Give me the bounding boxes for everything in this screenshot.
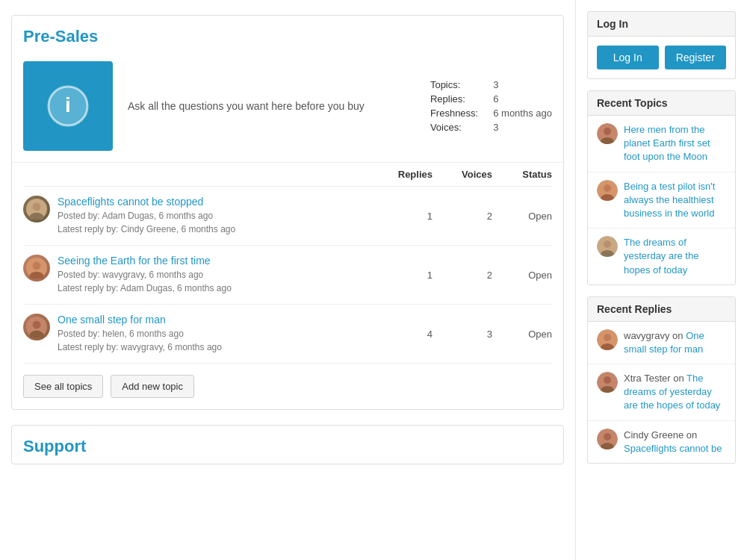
topic-left: Seeing the Earth for the first time Post… [23,255,373,295]
svg-point-24 [604,376,611,384]
replies-count: 1 [373,270,433,281]
recent-replies-section: Recent Replies wavygravy on One small st… [587,296,736,464]
forum-description: Ask all the questions you want here befo… [128,100,408,112]
reply-text: Xtra Tester on The dreams of yesterday a… [624,372,726,413]
topic-title[interactable]: One small step for man [58,314,373,326]
sidebar: Log In Log In Register Recent Topics Her… [575,0,747,560]
list-item: wavygravy on One small step for man [588,322,735,364]
svg-point-9 [33,320,41,329]
voices-count: 2 [433,270,492,281]
col-replies-header: Replies [373,169,433,180]
presales-section: Pre-Sales i Ask all the questions you wa… [11,15,564,410]
support-section: Support [11,425,564,464]
presales-title: Pre-Sales [12,16,563,54]
svg-point-18 [604,240,611,248]
col-voices-header: Voices [433,169,492,180]
login-section: Log In Log In Register [587,11,736,79]
login-buttons: Log In Register [587,37,736,79]
topic-details: One small step for man Posted by: helen,… [58,314,373,354]
replies-count: 1 [373,211,433,222]
voices-value: 3 [493,122,552,133]
avatar [597,329,618,350]
register-button[interactable]: Register [665,46,727,69]
list-item: Xtra Tester on The dreams of yesterday a… [588,364,735,421]
voices-label: Voices: [430,122,478,133]
recent-topic-link[interactable]: Here men from the planet Earth first set… [624,123,726,164]
status-badge: Open [492,211,552,222]
topics-label: Topics: [430,79,478,90]
reply-author: Cindy Greene [624,429,684,441]
svg-point-6 [33,261,41,270]
topic-left: Spaceflights cannot be stopped Posted by… [23,196,373,236]
topic-meta: Posted by: helen, 6 months ago Latest re… [58,327,373,354]
status-badge: Open [492,270,552,281]
reply-on: on [686,429,697,441]
topics-actions: See all topics Add new topic [12,364,563,409]
topics-header: Replies Voices Status [23,163,552,187]
col-status-header: Status [492,169,552,180]
table-row: Spaceflights cannot be stopped Posted by… [23,187,552,246]
avatar [597,180,618,201]
recent-topics-title: Recent Topics [588,91,735,116]
svg-point-15 [604,184,611,192]
svg-point-3 [33,202,41,211]
see-all-topics-button[interactable]: See all topics [23,375,103,398]
recent-replies-title: Recent Replies [588,297,735,322]
freshness-value: 6 months ago [493,108,552,119]
list-item: Cindy Greene on Spaceflights cannot be [588,421,735,463]
login-button[interactable]: Log In [597,46,659,69]
replies-label: Replies: [430,93,478,105]
topic-details: Seeing the Earth for the first time Post… [58,255,373,295]
replies-value: 6 [493,93,552,105]
reply-author: wavygravy [624,330,669,341]
avatar [597,123,618,144]
add-new-topic-button[interactable]: Add new topic [111,375,194,398]
table-row: One small step for man Posted by: helen,… [23,305,552,364]
freshness-label: Freshness: [430,108,478,119]
svg-point-21 [604,334,611,341]
login-section-title: Log In [587,11,736,37]
avatar [597,429,618,449]
forum-icon: i [23,61,113,151]
list-item: Here men from the planet Earth first set… [588,116,735,172]
status-badge: Open [492,329,552,340]
avatar [23,314,50,340]
reply-text: Cindy Greene on Spaceflights cannot be [624,429,726,455]
topics-table: Replies Voices Status [12,163,563,364]
list-item: Being a test pilot isn't always the heal… [588,172,735,229]
reply-author: Xtra Tester [624,373,671,384]
avatar [597,372,618,393]
topics-value: 3 [493,79,552,90]
topic-left: One small step for man Posted by: helen,… [23,314,373,354]
voices-count: 3 [433,329,492,340]
recent-topic-link[interactable]: Being a test pilot isn't always the heal… [624,180,726,221]
topic-details: Spaceflights cannot be stopped Posted by… [58,196,373,236]
forum-info: i Ask all the questions you want here be… [12,54,563,163]
topic-meta: Posted by: Adam Dugas, 6 months ago Late… [58,209,373,236]
reply-on: on [672,330,683,341]
recent-topic-link[interactable]: The dreams of yesterday are the hopes of… [624,236,726,277]
recent-topics-section: Recent Topics Here men from the planet E… [587,90,736,285]
forum-stats: Topics: 3 Replies: 6 Freshness: 6 months… [430,79,552,133]
avatar [597,236,618,257]
avatar [23,255,50,281]
reply-on: on [673,373,684,384]
col-topic-header [23,169,373,180]
svg-point-27 [604,433,611,441]
svg-point-12 [604,128,611,135]
table-row: Seeing the Earth for the first time Post… [23,246,552,305]
support-title: Support [12,426,563,464]
topic-title[interactable]: Spaceflights cannot be stopped [58,196,373,208]
svg-text:i: i [65,93,71,116]
voices-count: 2 [433,211,492,222]
list-item: The dreams of yesterday are the hopes of… [588,228,735,284]
avatar [23,196,50,223]
topic-title[interactable]: Seeing the Earth for the first time [58,255,373,267]
reply-topic-link[interactable]: Spaceflights cannot be [624,443,722,454]
reply-text: wavygravy on One small step for man [624,329,726,356]
replies-count: 4 [373,329,433,340]
topic-meta: Posted by: wavygravy, 6 months ago Lates… [58,268,373,295]
